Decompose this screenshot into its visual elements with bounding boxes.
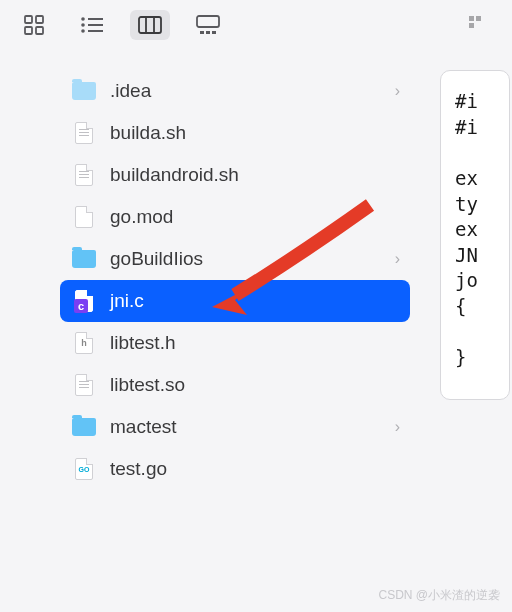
file-name-label: jni.c <box>110 290 144 312</box>
file-row[interactable]: .idea› <box>60 70 410 112</box>
c-file-icon: c <box>72 289 96 313</box>
file-row[interactable]: builda.sh <box>60 112 410 154</box>
file-row[interactable]: mactest› <box>60 406 410 448</box>
code-preview-panel: #i #i ex ty ex JN jo { } <box>440 70 510 400</box>
file-row[interactable]: goBuildIios› <box>60 238 410 280</box>
folder-icon <box>72 415 96 439</box>
file-row[interactable]: cjni.c <box>60 280 410 322</box>
svg-rect-17 <box>469 16 474 21</box>
file-name-label: libtest.h <box>110 332 175 354</box>
svg-rect-15 <box>206 31 210 34</box>
svg-rect-9 <box>88 30 103 32</box>
folder-icon <box>72 79 96 103</box>
file-icon <box>72 121 96 145</box>
file-row[interactable]: hlibtest.h <box>60 322 410 364</box>
chevron-right-icon: › <box>395 82 400 100</box>
file-row[interactable]: GOtest.go <box>60 448 410 490</box>
list-view-button[interactable] <box>72 10 112 40</box>
column-view-button[interactable] <box>130 10 170 40</box>
svg-rect-7 <box>88 24 103 26</box>
chevron-right-icon: › <box>395 418 400 436</box>
icon-view-button[interactable] <box>14 10 54 40</box>
svg-point-6 <box>81 23 85 27</box>
svg-rect-2 <box>25 27 32 34</box>
svg-rect-13 <box>197 16 219 27</box>
svg-rect-0 <box>25 16 32 23</box>
svg-rect-3 <box>36 27 43 34</box>
svg-rect-19 <box>469 23 474 28</box>
svg-rect-14 <box>200 31 204 34</box>
svg-rect-1 <box>36 16 43 23</box>
view-toolbar <box>0 0 512 50</box>
h-file-icon: h <box>72 331 96 355</box>
go-file-icon: GO <box>72 457 96 481</box>
file-icon <box>72 205 96 229</box>
file-name-label: builda.sh <box>110 122 186 144</box>
file-name-label: go.mod <box>110 206 173 228</box>
svg-rect-18 <box>476 16 481 21</box>
file-row[interactable]: go.mod <box>60 196 410 238</box>
svg-rect-16 <box>212 31 216 34</box>
file-icon <box>72 373 96 397</box>
file-column: .idea›builda.shbuildandroid.shgo.modgoBu… <box>60 70 410 490</box>
file-row[interactable]: libtest.so <box>60 364 410 406</box>
group-view-button[interactable] <box>458 10 498 40</box>
svg-rect-5 <box>88 18 103 20</box>
gallery-view-button[interactable] <box>188 10 228 40</box>
file-name-label: test.go <box>110 458 167 480</box>
file-icon <box>72 163 96 187</box>
file-name-label: goBuildIios <box>110 248 203 270</box>
watermark-text: CSDN @小米渣的逆袭 <box>378 587 500 604</box>
svg-rect-10 <box>139 17 161 33</box>
svg-point-8 <box>81 29 85 33</box>
svg-point-4 <box>81 17 85 21</box>
content-area: .idea›builda.shbuildandroid.shgo.modgoBu… <box>0 50 512 490</box>
file-row[interactable]: buildandroid.sh <box>60 154 410 196</box>
file-name-label: mactest <box>110 416 177 438</box>
file-name-label: .idea <box>110 80 151 102</box>
chevron-right-icon: › <box>395 250 400 268</box>
file-name-label: buildandroid.sh <box>110 164 239 186</box>
folder-icon <box>72 247 96 271</box>
file-name-label: libtest.so <box>110 374 185 396</box>
